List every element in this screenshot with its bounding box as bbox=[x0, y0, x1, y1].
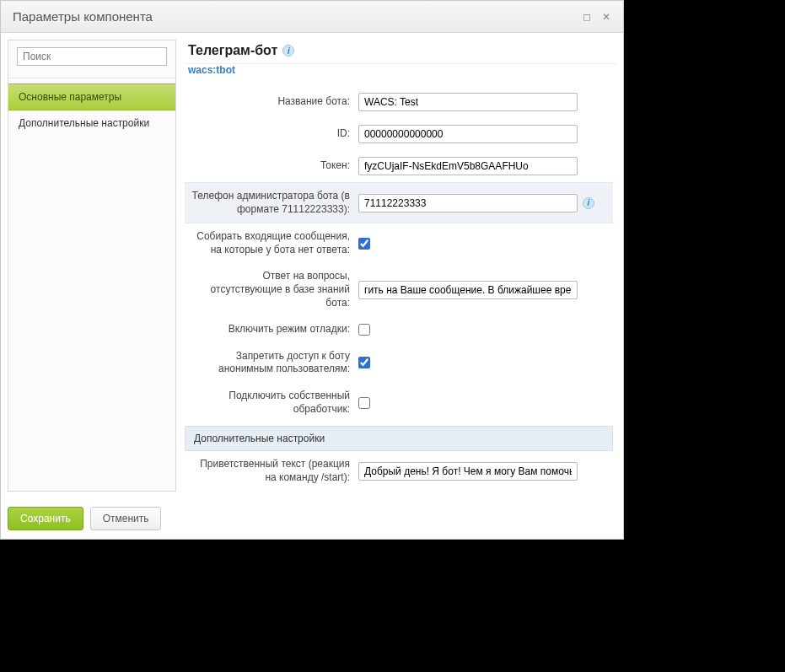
info-icon[interactable]: i bbox=[282, 45, 294, 56]
dialog-footer: Сохранить Отменить bbox=[1, 498, 623, 539]
label-admin-phone: Телефон администратора бота (в формате 7… bbox=[190, 190, 350, 216]
row-debug-mode: Включить режим отладки: bbox=[185, 316, 613, 343]
input-bot-id[interactable] bbox=[358, 125, 578, 143]
cancel-button[interactable]: Отменить bbox=[90, 507, 162, 530]
section-additional-settings[interactable]: Дополнительные настройки bbox=[185, 426, 613, 451]
sidebar-search-wrap bbox=[8, 40, 175, 78]
dialog-window: Параметры компонента ◻ ✕ Основные параме… bbox=[0, 0, 624, 540]
form-scroll[interactable]: Название бота: ID: Токен: Телефон админи… bbox=[185, 81, 616, 492]
row-admin-phone: Телефон администратора бота (в формате 7… bbox=[185, 182, 613, 223]
content-area: Телеграм-бот i wacs:tbot Название бота: … bbox=[176, 40, 616, 492]
save-button[interactable]: Сохранить bbox=[8, 507, 83, 530]
component-code: wacs:tbot bbox=[185, 64, 616, 81]
sidebar-nav: Основные параметры Дополнительные настро… bbox=[8, 78, 175, 136]
label-welcome-text: Приветственный текст (реакция на команду… bbox=[190, 458, 350, 484]
row-welcome-text: Приветственный текст (реакция на команду… bbox=[185, 451, 613, 491]
label-token: Токен: bbox=[190, 159, 350, 173]
label-collect-unanswered: Собирать входящие сообщения, на которые … bbox=[190, 230, 350, 256]
row-fallback-answer: Ответ на вопросы, отсутствующие в базе з… bbox=[185, 263, 613, 316]
checkbox-deny-anonymous[interactable] bbox=[358, 357, 370, 368]
label-custom-handler: Подключить собственный обработчик: bbox=[190, 390, 350, 416]
window-title: Параметры компонента bbox=[13, 9, 153, 24]
maximize-icon[interactable]: ◻ bbox=[581, 11, 592, 22]
row-custom-handler: Подключить собственный обработчик: bbox=[185, 383, 613, 422]
sidebar: Основные параметры Дополнительные настро… bbox=[8, 40, 176, 492]
content-header: Телеграм-бот i bbox=[185, 40, 616, 64]
input-bot-name[interactable] bbox=[358, 93, 578, 111]
checkbox-collect-unanswered[interactable] bbox=[358, 238, 370, 250]
label-fallback-answer: Ответ на вопросы, отсутствующие в базе з… bbox=[190, 270, 350, 309]
sidebar-item-main[interactable]: Основные параметры bbox=[8, 83, 175, 110]
row-bot-name: Название бота: bbox=[185, 86, 613, 118]
info-icon[interactable]: i bbox=[583, 197, 594, 209]
checkbox-custom-handler[interactable] bbox=[358, 397, 370, 409]
titlebar: Параметры компонента ◻ ✕ bbox=[1, 1, 623, 33]
sidebar-item-additional[interactable]: Дополнительные настройки bbox=[8, 110, 175, 136]
label-bot-id: ID: bbox=[190, 127, 350, 141]
component-title: Телеграм-бот bbox=[188, 43, 277, 58]
close-icon[interactable]: ✕ bbox=[600, 11, 611, 22]
row-token: Токен: bbox=[185, 150, 613, 182]
dialog-body: Основные параметры Дополнительные настро… bbox=[1, 33, 623, 498]
row-collect-unanswered: Собирать входящие сообщения, на которые … bbox=[185, 223, 613, 263]
input-token[interactable] bbox=[358, 157, 578, 175]
search-input[interactable] bbox=[17, 47, 167, 66]
label-debug-mode: Включить режим отладки: bbox=[190, 323, 350, 336]
label-bot-name: Название бота: bbox=[190, 95, 350, 109]
input-admin-phone[interactable] bbox=[358, 194, 578, 212]
label-deny-anonymous: Запретить доступ к боту анонимным пользо… bbox=[190, 350, 350, 376]
row-deny-anonymous: Запретить доступ к боту анонимным пользо… bbox=[185, 343, 613, 383]
row-bot-id: ID: bbox=[185, 118, 613, 150]
input-fallback-answer[interactable] bbox=[358, 281, 578, 299]
input-welcome-text[interactable] bbox=[358, 462, 578, 481]
checkbox-debug-mode[interactable] bbox=[358, 324, 370, 336]
